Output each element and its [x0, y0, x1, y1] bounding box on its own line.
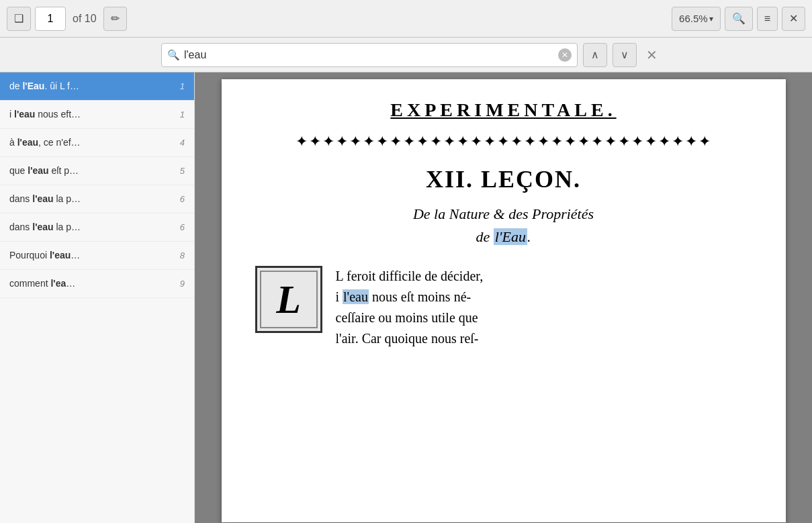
zoom-level-label: 66.5% — [679, 13, 708, 24]
result-page: 1 — [180, 80, 185, 93]
search-bar: 🔍 ✕ ∧ ∨ ✕ — [0, 38, 812, 73]
search-clear-button[interactable]: ✕ — [558, 48, 572, 62]
result-page: 6 — [180, 193, 185, 206]
result-suffix: nous eft… — [35, 109, 81, 120]
pdf-view[interactable]: EXPERIMENTALE. ✦✦✦✦✦✦✦✦✦✦✦✦✦✦✦✦✦✦✦✦✦✦✦✦✦… — [195, 73, 812, 523]
body-line3: ceſſaire ou moins utile que — [336, 310, 478, 325]
result-prefix: dans — [9, 193, 32, 204]
result-prefix: i — [9, 109, 14, 120]
search-results-sidebar: de l'Eau. ûi L f… 1 i l'eau nous eft… 1 … — [0, 73, 195, 523]
result-text: comment l'ea… — [9, 277, 175, 291]
body-line2-pre: i — [336, 289, 343, 304]
pdf-subtitle1: De la Nature & des Propriétés — [255, 205, 752, 223]
result-text: que l'eau eſt p… — [9, 164, 175, 178]
result-page: 9 — [180, 277, 185, 291]
search-icon: 🔍 — [732, 12, 746, 25]
result-suffix: … — [66, 278, 75, 289]
pencil-icon: ✏ — [111, 12, 120, 25]
result-match: l'eau — [14, 109, 35, 120]
pdf-page-header: EXPERIMENTALE. — [255, 99, 752, 121]
menu-button[interactable]: ≡ — [757, 7, 778, 31]
result-match: l'eau — [17, 137, 38, 148]
result-page: 8 — [180, 249, 185, 263]
zoom-button[interactable]: 66.5% ▾ — [672, 7, 721, 31]
pdf-body-text: L feroit difficile de décider, i l'eau n… — [336, 266, 484, 349]
search-next-button[interactable]: ∨ — [613, 43, 637, 67]
sidebar-toggle-button[interactable]: ❑ — [7, 7, 31, 31]
list-item[interactable]: à l'eau, ce n'ef… 4 — [0, 129, 194, 157]
result-suffix: la p… — [54, 193, 81, 204]
result-match: l'eau — [28, 165, 48, 176]
pdf-subtitle2: de l'Eau. — [255, 228, 752, 246]
result-prefix: de — [9, 81, 22, 91]
result-match: l'eau — [32, 222, 53, 232]
result-page: 1 — [180, 108, 185, 122]
page-of-label: of 10 — [70, 13, 99, 25]
list-item[interactable]: de l'Eau. ûi L f… 1 — [0, 73, 194, 101]
sidebar-icon: ❑ — [14, 12, 24, 25]
result-match: l'eau — [50, 250, 71, 260]
menu-icon: ≡ — [764, 13, 770, 25]
result-page: 6 — [180, 221, 185, 234]
pdf-page: EXPERIMENTALE. ✦✦✦✦✦✦✦✦✦✦✦✦✦✦✦✦✦✦✦✦✦✦✦✦✦… — [222, 79, 786, 522]
body-line2-post: nous eſt moins né- — [369, 289, 471, 304]
result-suffix: , ce n'ef… — [38, 137, 81, 148]
zoom-arrow-icon: ▾ — [709, 14, 713, 23]
search-icon-small: 🔍 — [167, 49, 180, 61]
list-item[interactable]: que l'eau eſt p… 5 — [0, 157, 194, 185]
body-highlight: l'eau — [343, 289, 369, 304]
close-button[interactable]: ✕ — [782, 7, 805, 31]
result-page: 4 — [180, 136, 185, 150]
result-prefix: Pourquoi — [9, 250, 50, 260]
search-button[interactable]: 🔍 — [725, 7, 753, 31]
result-text: dans l'eau la p… — [9, 220, 175, 234]
subtitle2-pre: de — [476, 228, 493, 245]
result-text: dans l'eau la p… — [9, 192, 175, 206]
search-close-button[interactable]: ✕ — [642, 47, 662, 63]
list-item[interactable]: Pourquoi l'eau… 8 — [0, 242, 194, 270]
body-line1: L feroit difficile de décider, — [336, 269, 484, 283]
result-page: 5 — [180, 164, 185, 178]
result-suffix: eſt p… — [49, 165, 79, 176]
result-text: Pourquoi l'eau… — [9, 248, 175, 263]
list-item[interactable]: i l'eau nous eft… 1 — [0, 101, 194, 129]
result-match: l'Eau — [22, 81, 44, 91]
pdf-decorative-line: ✦✦✦✦✦✦✦✦✦✦✦✦✦✦✦✦✦✦✦✦✦✦✦✦✦✦✦✦✦✦✦ — [255, 133, 752, 150]
body-line4: l'air. Car quoique nous reſ- — [336, 331, 479, 346]
pencil-button[interactable]: ✏ — [103, 7, 127, 31]
result-suffix: . ûi L f… — [44, 81, 79, 91]
page-number-input[interactable] — [35, 7, 66, 31]
chevron-down-icon: ∨ — [621, 48, 629, 61]
pdf-chapter-title: XII. LEÇON. — [255, 165, 752, 193]
result-text: i l'eau nous eft… — [9, 107, 175, 122]
pdf-body: L L feroit difficile de décider, i l'eau… — [255, 266, 752, 349]
list-item[interactable]: dans l'eau la p… 6 — [0, 213, 194, 242]
result-suffix: … — [71, 250, 80, 260]
close-icon: ✕ — [646, 48, 658, 62]
result-suffix: la p… — [54, 222, 81, 232]
search-input[interactable] — [184, 49, 558, 61]
toolbar: ❑ of 10 ✏ 66.5% ▾ 🔍 ≡ ✕ — [0, 0, 812, 38]
close-icon: ✕ — [789, 12, 798, 25]
search-prev-button[interactable]: ∧ — [583, 43, 607, 67]
result-match: l'eau — [32, 193, 53, 204]
subtitle2-post: . — [527, 228, 531, 245]
result-text: de l'Eau. ûi L f… — [9, 79, 175, 93]
result-prefix: à — [9, 137, 17, 148]
search-container: 🔍 ✕ — [161, 43, 578, 67]
subtitle2-highlight: l'Eau — [494, 228, 527, 245]
clear-icon: ✕ — [561, 50, 568, 60]
pdf-initial-letter: L — [255, 266, 322, 333]
result-prefix: que — [9, 165, 28, 176]
main-content: de l'Eau. ûi L f… 1 i l'eau nous eft… 1 … — [0, 73, 812, 523]
result-prefix: dans — [9, 222, 32, 232]
chevron-up-icon: ∧ — [591, 48, 599, 61]
list-item[interactable]: comment l'ea… 9 — [0, 270, 194, 298]
result-text: à l'eau, ce n'ef… — [9, 136, 175, 150]
result-match: l'ea — [50, 278, 66, 289]
list-item[interactable]: dans l'eau la p… 6 — [0, 185, 194, 213]
result-prefix: comment — [9, 278, 50, 289]
